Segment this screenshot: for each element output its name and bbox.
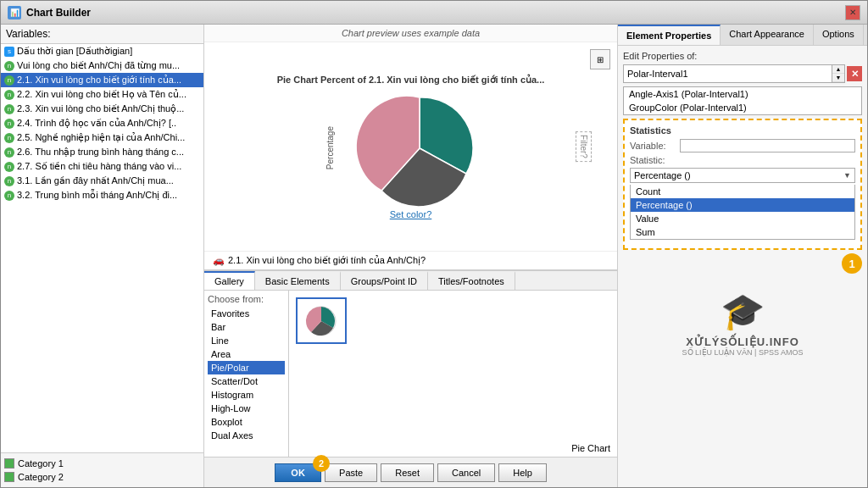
chart-type-scatter-dot[interactable]: Scatter/Dot xyxy=(208,374,285,388)
statistic-option-sum[interactable]: Sum xyxy=(631,225,854,239)
var-item-6[interactable]: n 2.5. Nghề nghiệp hiện tại của Anh/Chi.… xyxy=(1,130,203,145)
var-text-9: 3.1. Lần gần đây nhất Anh/Chị mua... xyxy=(17,175,174,186)
chart-type-bar[interactable]: Bar xyxy=(208,320,285,334)
watermark-sub: SỐ LIỆU LUẬN VĂN | SPSS AMOS xyxy=(682,348,804,357)
nominal-icon-6: n xyxy=(4,133,14,143)
watermark-text: XỬLÝSỐLIỆU.INFO xyxy=(686,336,799,348)
var-text-10: 3.2. Trung bình mỗi tháng Anh/Chị đi... xyxy=(17,190,177,201)
statistic-option-count[interactable]: Count xyxy=(631,185,854,198)
chart-canvas: ⊞ Pie Chart Percent of 2.1. Xin vui lòng… xyxy=(204,42,617,251)
variable-input[interactable] xyxy=(680,139,855,152)
statistic-label: Statistic: xyxy=(630,155,676,165)
title-bar: 📊 Chart Builder ✕ xyxy=(1,1,867,25)
right-tabs: Element Properties Chart Appearance Opti… xyxy=(618,25,867,46)
tab-groups-point-id[interactable]: Groups/Point ID xyxy=(341,271,428,290)
center-panel: Chart preview uses example data ⊞ Pie Ch… xyxy=(204,25,617,487)
nominal-icon-4: n xyxy=(4,104,14,114)
stats-badge-container: 1 xyxy=(623,253,862,274)
tab-titles-footnotes[interactable]: Titles/Footnotes xyxy=(428,271,515,290)
var-item-3[interactable]: n 2.2. Xin vui lòng cho biết Họ và Tên c… xyxy=(1,87,203,102)
tab-content: Choose from: Favorites Bar Line Area Pie… xyxy=(204,291,617,457)
chart-type-dual-axes[interactable]: Dual Axes xyxy=(208,429,285,442)
nominal-icon-7: n xyxy=(4,147,14,158)
paste-button[interactable]: Paste xyxy=(325,463,377,482)
scale-icon-0: s xyxy=(4,47,14,57)
choose-from-panel: Choose from: Favorites Bar Line Area Pie… xyxy=(204,291,289,457)
reset-button[interactable]: Reset xyxy=(381,463,434,482)
window-close-button[interactable]: ✕ xyxy=(845,5,860,20)
var-item-1[interactable]: n Vui lòng cho biết Anh/Chị đã từng mu..… xyxy=(1,58,203,73)
variables-label: Variables: xyxy=(6,28,50,40)
chart-grid-area: Pie Chart xyxy=(289,291,617,457)
right-tab-options[interactable]: Options xyxy=(814,25,864,45)
property-scroll-up[interactable]: ▲ xyxy=(832,65,844,74)
watermark-area: 🎓 XỬLÝSỐLIỆU.INFO SỐ LIỆU LUẬN VĂN | SPS… xyxy=(623,274,862,374)
var-text-7: 2.6. Thu nhập trung bình hàng tháng c... xyxy=(17,147,184,158)
chart-type-area[interactable]: Area xyxy=(208,347,285,361)
right-tab-chart-appearance[interactable]: Chart Appearance xyxy=(721,25,814,45)
cancel-button[interactable]: Cancel xyxy=(437,463,495,482)
property-item-1[interactable]: GroupColor (Polar-Interval1) xyxy=(624,101,861,114)
var-item-5[interactable]: n 2.4. Trình độ học vấn của Anh/Chị? [.. xyxy=(1,116,203,130)
property-remove-button[interactable]: ✕ xyxy=(847,66,862,81)
pie-chart-area: Pie Chart Percent of 2.1. Xin vui lòng c… xyxy=(213,75,609,219)
nominal-icon-3: n xyxy=(4,90,14,100)
nominal-icon-2: n xyxy=(4,75,14,86)
var-item-8[interactable]: n 2.7. Số tiền chi tiêu hàng tháng vào v… xyxy=(1,159,203,174)
statistic-option-percentage[interactable]: Percentage () xyxy=(631,198,854,212)
pie-chart-title: Pie Chart Percent of 2.1. Xin vui lòng c… xyxy=(277,75,545,86)
caption-text: 2.1. Xin vui lòng cho biết giới tính của… xyxy=(228,255,426,266)
chart-thumb-pie[interactable] xyxy=(296,297,347,344)
chart-type-high-low[interactable]: High-Low xyxy=(208,402,285,415)
pie-y-label: Percentage xyxy=(326,126,335,169)
var-item-10[interactable]: n 3.2. Trung bình mỗi tháng Anh/Chị đi..… xyxy=(1,188,203,202)
nominal-icon-1: n xyxy=(4,61,14,71)
variables-list[interactable]: s Dấu thời gian [Dấuthờigian] n Vui lòng… xyxy=(1,44,203,453)
statistic-dropdown[interactable]: Percentage () ▼ xyxy=(630,168,855,183)
app-icon: 📊 xyxy=(8,6,21,19)
category-item-1[interactable]: Category 2 xyxy=(4,470,200,484)
var-item-0[interactable]: s Dấu thời gian [Dấuthờigian] xyxy=(1,44,203,58)
var-item-2[interactable]: n 2.1. Xin vui lòng cho biết giới tính c… xyxy=(1,73,203,87)
help-button[interactable]: Help xyxy=(498,463,547,482)
chart-type-favorites[interactable]: Favorites xyxy=(208,307,285,320)
category-color-0 xyxy=(4,458,14,469)
chart-type-label: Pie Chart xyxy=(565,440,617,457)
chart-type-boxplot[interactable]: Boxplot xyxy=(208,415,285,429)
var-text-6: 2.5. Nghề nghiệp hiện tại của Anh/Chi... xyxy=(17,132,185,143)
property-scroll-down[interactable]: ▼ xyxy=(832,74,844,82)
edit-props-label: Edit Properties of: xyxy=(623,51,862,61)
right-content: Edit Properties of: Polar-Interval1 ▲ ▼ … xyxy=(618,46,867,487)
variable-row: Variable: xyxy=(630,139,855,152)
property-item-0[interactable]: Angle-Axis1 (Polar-Interval1) xyxy=(624,87,861,101)
property-dropdown[interactable]: Polar-Interval1 ▲ ▼ xyxy=(623,64,845,83)
variable-label: Variable: xyxy=(630,141,676,151)
set-color-link[interactable]: Set color? xyxy=(390,209,432,219)
tab-gallery[interactable]: Gallery xyxy=(204,271,255,290)
var-text-1: Vui lòng cho biết Anh/Chị đã từng mu... xyxy=(17,60,180,71)
statistic-dropdown-container: Percentage () ▼ Count Percentage () Valu… xyxy=(630,168,855,240)
right-panel: Element Properties Chart Appearance Opti… xyxy=(617,25,867,487)
chart-type-list[interactable]: Favorites Bar Line Area Pie/Polar Scatte… xyxy=(208,307,285,453)
statistic-option-value[interactable]: Value xyxy=(631,212,854,225)
category-item-0[interactable]: Category 1 xyxy=(4,457,200,470)
chart-type-line[interactable]: Line xyxy=(208,334,285,347)
var-item-4[interactable]: n 2.3. Xin vui lòng cho biết Anh/Chị thu… xyxy=(1,102,203,116)
chart-type-histogram[interactable]: Histogram xyxy=(208,388,285,402)
statistic-dropdown-arrow[interactable]: ▼ xyxy=(840,171,854,180)
property-items-list: Angle-Axis1 (Polar-Interval1) GroupColor… xyxy=(623,86,862,115)
bottom-section: Gallery Basic Elements Groups/Point ID T… xyxy=(204,270,617,457)
ok-badge: 2 xyxy=(313,455,330,472)
statistics-title: Statistics xyxy=(630,125,855,136)
variables-header: Variables: xyxy=(1,25,203,44)
preview-resize-button[interactable]: ⊞ xyxy=(590,49,610,69)
var-text-3: 2.2. Xin vui lòng cho biết Họ và Tên củ.… xyxy=(17,89,186,100)
var-item-9[interactable]: n 3.1. Lần gần đây nhất Anh/Chị mua... xyxy=(1,174,203,188)
tab-basic-elements[interactable]: Basic Elements xyxy=(255,271,341,290)
button-bar: OK 2 Paste Reset Cancel Help xyxy=(204,457,617,487)
var-item-7[interactable]: n 2.6. Thu nhập trung bình hàng tháng c.… xyxy=(1,145,203,159)
chart-type-pie-polar[interactable]: Pie/Polar xyxy=(208,361,285,374)
pie-chart-container: Percentage xyxy=(326,89,496,208)
right-tab-element-properties[interactable]: Element Properties xyxy=(618,25,721,45)
category-label-0: Category 1 xyxy=(18,458,64,469)
